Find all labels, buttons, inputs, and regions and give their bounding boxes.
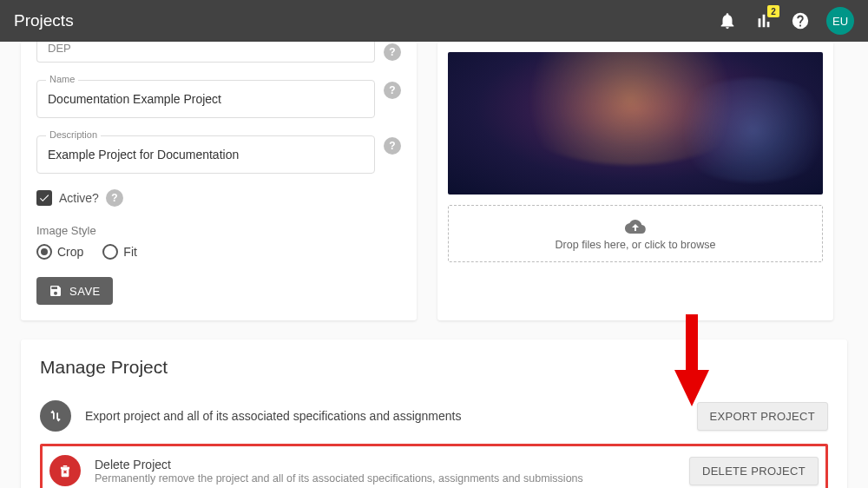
export-icon bbox=[40, 400, 71, 432]
active-label: Active? bbox=[59, 191, 99, 205]
delete-title: Delete Project bbox=[95, 458, 675, 472]
name-label: Name bbox=[46, 74, 78, 84]
code-help-icon[interactable]: ? bbox=[384, 43, 401, 61]
export-desc: Export project and all of its associated… bbox=[85, 409, 683, 423]
description-input[interactable] bbox=[48, 148, 364, 162]
name-field-wrapper: Name bbox=[36, 80, 375, 118]
save-button[interactable]: SAVE bbox=[36, 277, 113, 305]
active-help-icon[interactable]: ? bbox=[106, 189, 123, 207]
export-project-button[interactable]: EXPORT PROJECT bbox=[697, 402, 828, 431]
description-label: Description bbox=[46, 129, 101, 140]
description-field-wrapper: Description bbox=[36, 135, 375, 174]
save-icon bbox=[49, 284, 62, 298]
analytics-icon[interactable]: 2 bbox=[753, 10, 774, 31]
radio-fit[interactable]: Fit bbox=[102, 244, 137, 260]
save-button-label: SAVE bbox=[69, 285, 101, 298]
radio-fit-label: Fit bbox=[123, 245, 137, 259]
name-input[interactable] bbox=[48, 92, 364, 106]
project-image-preview bbox=[448, 52, 823, 195]
help-icon[interactable] bbox=[790, 10, 811, 31]
manage-project-title: Manage Project bbox=[40, 357, 828, 378]
name-help-icon[interactable]: ? bbox=[384, 82, 401, 99]
app-header: Projects 2 EU bbox=[0, 0, 868, 42]
delete-icon bbox=[49, 455, 81, 486]
code-field-wrapper: DEP bbox=[36, 42, 375, 63]
description-help-icon[interactable]: ? bbox=[384, 137, 401, 155]
upload-dropzone[interactable]: Drop files here, or click to browse bbox=[448, 205, 823, 262]
delete-desc: Permanently remove the project and all o… bbox=[95, 472, 675, 485]
analytics-badge: 2 bbox=[767, 5, 779, 17]
notifications-icon[interactable] bbox=[717, 10, 738, 31]
image-style-label: Image Style bbox=[36, 224, 401, 237]
export-project-row: Export project and all of its associated… bbox=[40, 393, 828, 439]
active-checkbox[interactable] bbox=[36, 190, 52, 206]
project-form-card: DEP ? Name ? Description ? Active? ? bbox=[21, 42, 417, 320]
manage-project-card: Manage Project Export project and all of… bbox=[21, 340, 847, 488]
delete-project-button[interactable]: DELETE PROJECT bbox=[689, 457, 819, 485]
radio-crop-label: Crop bbox=[57, 245, 83, 259]
header-actions: 2 EU bbox=[717, 7, 854, 35]
dropzone-text: Drop files here, or click to browse bbox=[556, 239, 716, 251]
radio-crop[interactable]: Crop bbox=[36, 244, 83, 260]
page-title: Projects bbox=[14, 11, 74, 30]
project-image-card: Drop files here, or click to browse bbox=[437, 42, 833, 320]
code-value: DEP bbox=[48, 42, 71, 55]
cloud-upload-icon bbox=[625, 216, 646, 237]
user-avatar[interactable]: EU bbox=[826, 7, 854, 35]
delete-project-row: Delete Project Permanently remove the pr… bbox=[40, 444, 828, 488]
